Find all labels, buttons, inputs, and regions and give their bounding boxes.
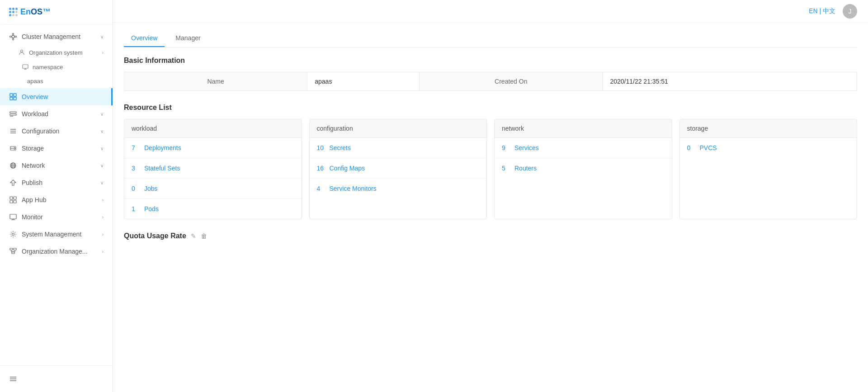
stateful-sets-link[interactable]: Stateful Sets [144, 165, 180, 172]
svg-point-1 [13, 33, 14, 35]
pods-link[interactable]: Pods [144, 205, 159, 213]
sidebar-item-apaas[interactable]: apaas [0, 74, 113, 88]
quota-edit-icon[interactable]: ✎ [191, 232, 196, 240]
quota-delete-icon[interactable]: 🗑 [201, 232, 207, 240]
sidebar-item-configuration[interactable]: Configuration ∨ [0, 123, 113, 140]
list-item[interactable]: 0 PVCS [680, 138, 857, 158]
sidebar-menu: Cluster Management ∨ Organization system… [0, 24, 113, 365]
svg-rect-10 [14, 94, 16, 96]
cluster-management-label: Cluster Management [22, 33, 100, 40]
routers-count: 5 [502, 165, 511, 172]
sidebar-item-publish[interactable]: Publish ∨ [0, 174, 113, 191]
sidebar-item-system-management[interactable]: System Management › [0, 226, 113, 243]
svg-point-21 [14, 147, 15, 148]
storage-icon [9, 144, 17, 152]
sidebar-item-storage[interactable]: Storage ∨ [0, 140, 113, 157]
sidebar-item-org-system[interactable]: Organization system › [0, 45, 113, 60]
list-item[interactable]: 9 Services [495, 138, 672, 158]
basic-info-table: Name apaas Created On 2020/11/22 21:35:5… [124, 72, 857, 91]
sidebar-item-network[interactable]: Network ∨ [0, 157, 113, 174]
sidebar-item-namespace[interactable]: namespace [0, 60, 113, 74]
sidebar-item-workload[interactable]: Workload ∨ [0, 105, 113, 123]
storage-label: Storage [22, 145, 100, 152]
settings-icon [9, 230, 17, 238]
network-arrow-icon: ∨ [100, 163, 104, 168]
namespace-label: namespace [33, 64, 63, 71]
content-area: Overview Manager Basic Information Name … [113, 23, 868, 392]
org-manage-label: Organization Manage... [22, 248, 102, 255]
svg-rect-14 [10, 114, 16, 115]
pvcs-count: 0 [687, 144, 696, 151]
list-item[interactable]: 0 Jobs [124, 179, 302, 199]
list-item[interactable]: 3 Stateful Sets [124, 158, 302, 179]
list-item[interactable]: 5 Routers [495, 158, 672, 178]
app-hub-arrow-icon: › [102, 198, 104, 203]
pods-count: 1 [132, 205, 141, 213]
config-maps-count: 16 [317, 165, 326, 172]
list-item[interactable]: 1 Pods [124, 199, 302, 219]
service-monitors-link[interactable]: Service Monitors [330, 185, 377, 192]
tab-overview[interactable]: Overview [124, 30, 165, 47]
svg-rect-12 [14, 97, 16, 100]
storage-arrow-icon: ∨ [100, 146, 104, 151]
sidebar-item-org-manage[interactable]: Organization Manage... › [0, 243, 113, 260]
services-link[interactable]: Services [514, 144, 539, 151]
deployments-link[interactable]: Deployments [144, 144, 181, 151]
list-item[interactable]: 7 Deployments [124, 138, 302, 158]
sidebar-bottom-menu-btn[interactable] [9, 371, 104, 387]
jobs-link[interactable]: Jobs [144, 185, 158, 192]
configuration-icon [9, 127, 17, 135]
monitor-label: Monitor [22, 213, 102, 221]
created-on-value: 2020/11/22 21:35:51 [603, 72, 857, 91]
name-value: apaas [307, 72, 420, 91]
svg-rect-37 [14, 248, 16, 250]
publish-arrow-icon: ∨ [100, 180, 104, 185]
jobs-count: 0 [132, 185, 141, 192]
network-icon [9, 161, 17, 170]
monitor-menu-icon [9, 213, 17, 221]
network-label: Network [22, 162, 100, 169]
org-system-label: Organization system [29, 49, 83, 56]
sidebar-item-cluster-management[interactable]: Cluster Management ∨ [0, 28, 113, 45]
svg-point-3 [10, 36, 11, 38]
tab-manager[interactable]: Manager [168, 30, 208, 47]
person-icon [18, 49, 25, 56]
service-monitors-count: 4 [317, 185, 326, 192]
network-card-header: network [495, 119, 672, 138]
svg-rect-29 [14, 197, 16, 199]
list-item[interactable]: 10 Secrets [310, 138, 487, 158]
svg-rect-13 [10, 112, 16, 113]
main-content: EN | 中文 J Overview Manager Basic Informa… [113, 0, 868, 392]
svg-rect-36 [10, 248, 13, 250]
storage-card-header: storage [680, 119, 857, 138]
svg-point-5 [21, 50, 23, 52]
storage-card: storage 0 PVCS [679, 119, 858, 219]
sidebar-item-monitor[interactable]: Monitor › [0, 208, 113, 226]
config-maps-link[interactable]: Config Maps [330, 165, 365, 172]
publish-label: Publish [22, 179, 100, 186]
network-card: network 9 Services 5 Routers [494, 119, 672, 219]
page-tabs: Overview Manager [124, 23, 857, 47]
overview-label: Overview [22, 93, 102, 100]
list-item[interactable]: 4 Service Monitors [310, 179, 487, 198]
configuration-label: Configuration [22, 128, 100, 135]
workload-card: workload 7 Deployments 3 Stateful Sets 0… [124, 119, 302, 219]
configuration-card: configuration 10 Secrets 16 Config Maps … [309, 119, 487, 219]
user-avatar[interactable]: J [843, 4, 857, 19]
svg-rect-9 [10, 94, 13, 96]
created-on-label: Created On [420, 72, 603, 91]
pvcs-link[interactable]: PVCS [700, 144, 717, 151]
list-item[interactable]: 16 Config Maps [310, 158, 487, 179]
secrets-link[interactable]: Secrets [330, 144, 351, 151]
sidebar: EnOS™ Cluster Management ∨ [0, 0, 113, 392]
workload-arrow-icon: ∨ [100, 112, 104, 117]
svg-point-4 [15, 36, 17, 38]
language-selector[interactable]: EN | 中文 [809, 7, 835, 15]
org-system-arrow-icon: › [102, 50, 104, 55]
sidebar-item-overview[interactable]: Overview [0, 88, 113, 105]
workload-card-header: workload [124, 119, 302, 138]
routers-link[interactable]: Routers [514, 165, 537, 172]
sidebar-item-app-hub[interactable]: App Hub › [0, 191, 113, 208]
workload-label: Workload [22, 110, 100, 118]
workload-icon [9, 110, 17, 118]
